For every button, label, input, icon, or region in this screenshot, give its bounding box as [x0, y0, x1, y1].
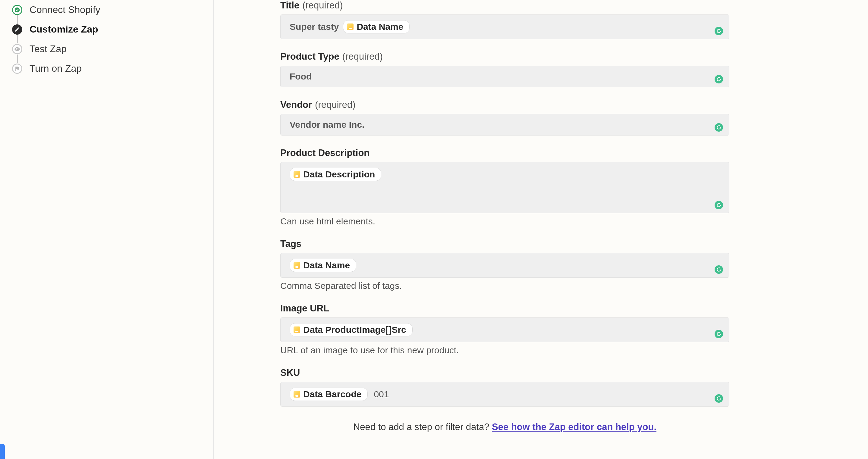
data-source-icon	[293, 171, 300, 178]
data-token[interactable]: Data ProductImage[]Src	[290, 323, 412, 336]
data-token[interactable]: Data Barcode	[290, 388, 368, 401]
field-tags: Tags Data Name Comma Separated list of t…	[280, 238, 730, 291]
step-label: Test Zap	[30, 43, 67, 55]
field-label: Tags	[280, 238, 730, 250]
tags-input[interactable]: Data Name	[280, 253, 730, 278]
footer-help: Need to add a step or filter data? See h…	[280, 422, 730, 432]
helper-text: Can use html elements.	[280, 216, 730, 227]
step-label: Connect Shopify	[30, 4, 100, 15]
title-input[interactable]: Super tasty Data Name	[280, 14, 730, 39]
field-label: SKU	[280, 367, 730, 378]
vendor-text: Vendor name Inc.	[290, 120, 364, 130]
field-description: Product Description Data Description Can…	[280, 147, 730, 227]
data-source-icon	[293, 262, 300, 269]
grammarly-icon[interactable]	[715, 265, 723, 274]
data-token[interactable]: Data Description	[290, 168, 381, 181]
eye-icon	[12, 44, 22, 54]
vendor-input[interactable]: Vendor name Inc.	[280, 114, 730, 135]
sku-trailing: 001	[374, 389, 389, 399]
product-type-input[interactable]: Food	[280, 66, 730, 87]
flag-icon	[12, 64, 22, 74]
step-test-zap[interactable]: Test Zap	[12, 39, 201, 59]
field-product-type: Product Type (required) Food	[280, 51, 730, 87]
helper-text: URL of an image to use for this new prod…	[280, 345, 730, 355]
zap-editor-help-link[interactable]: See how the Zap editor can help you.	[492, 422, 656, 432]
grammarly-icon[interactable]	[715, 123, 723, 132]
step-label: Turn on Zap	[30, 63, 82, 74]
grammarly-icon[interactable]	[715, 201, 723, 209]
description-input[interactable]: Data Description	[280, 162, 730, 213]
grammarly-icon[interactable]	[715, 27, 723, 35]
step-customize-zap[interactable]: Customize Zap	[12, 20, 201, 39]
field-label: Product Type (required)	[280, 51, 730, 62]
product-type-text: Food	[290, 71, 312, 81]
step-connect-shopify[interactable]: Connect Shopify	[12, 0, 201, 20]
step-label: Customize Zap	[30, 24, 98, 35]
grammarly-icon[interactable]	[715, 330, 723, 338]
field-label: Title (required)	[280, 0, 730, 11]
title-text: Super tasty	[290, 22, 339, 32]
field-image-url: Image URL Data ProductImage[]Src URL of …	[280, 303, 730, 355]
data-source-icon	[293, 391, 300, 398]
data-source-icon	[347, 24, 353, 30]
step-list: Connect Shopify Customize Zap Test Zap	[12, 0, 201, 78]
data-token[interactable]: Data Name	[343, 20, 410, 33]
field-label: Vendor (required)	[280, 99, 730, 110]
grammarly-icon[interactable]	[715, 75, 723, 84]
field-vendor: Vendor (required) Vendor name Inc.	[280, 99, 730, 135]
sku-input[interactable]: Data Barcode 001	[280, 382, 730, 406]
pencil-icon	[12, 24, 22, 35]
field-title: Title (required) Super tasty Data Name	[280, 0, 730, 39]
edge-indicator	[0, 444, 5, 459]
field-label: Product Description	[280, 147, 730, 158]
step-turn-on-zap[interactable]: Turn on Zap	[12, 59, 201, 78]
grammarly-icon[interactable]	[715, 394, 723, 403]
data-token[interactable]: Data Name	[290, 259, 356, 272]
helper-text: Comma Separated list of tags.	[280, 281, 730, 291]
field-sku: SKU Data Barcode 001	[280, 367, 730, 406]
sidebar: Connect Shopify Customize Zap Test Zap	[0, 0, 214, 459]
check-icon	[12, 5, 22, 15]
image-url-input[interactable]: Data ProductImage[]Src	[280, 318, 730, 342]
main-form: Title (required) Super tasty Data Name P…	[214, 0, 868, 459]
field-label: Image URL	[280, 303, 730, 314]
data-source-icon	[293, 326, 300, 333]
